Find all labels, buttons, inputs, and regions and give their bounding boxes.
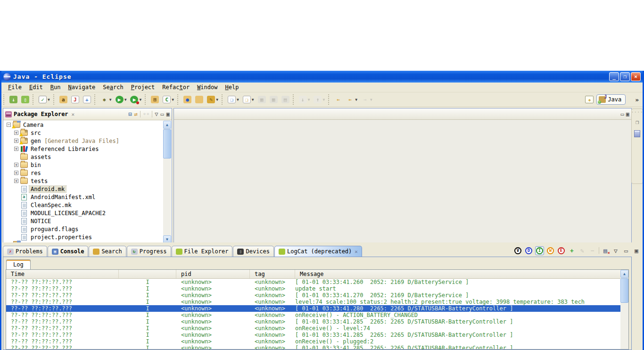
menu-item-help[interactable]: Help (221, 83, 242, 92)
maximize-editor-icon[interactable]: ▣ (626, 111, 629, 117)
log-row[interactable]: ??-?? ??:??:??.???I<unknown><unknown>lev… (6, 299, 628, 305)
search-icon[interactable]: ✎▼ (206, 94, 220, 105)
maximize-view-icon[interactable]: ▣ (166, 111, 170, 117)
back-icon[interactable]: ←▼ (345, 94, 359, 105)
log-row[interactable]: ??-?? ??:??:??.???I<unknown><unknown>onR… (6, 325, 628, 332)
menu-item-search[interactable]: Search (99, 83, 127, 92)
tree-item-proguard-flags[interactable]: −proguard.flags (4, 225, 163, 233)
tree-item-camera[interactable]: −Camera (4, 121, 163, 129)
print-icon[interactable]: ▤ (280, 94, 291, 105)
menu-item-file[interactable]: File (4, 83, 25, 92)
open-resource-icon[interactable] (194, 94, 205, 105)
clear-log-icon[interactable]: ▤× (601, 246, 610, 255)
filter-d-button[interactable]: D (524, 246, 533, 255)
tab-problems[interactable]: ✗Problems (3, 246, 47, 257)
android-sdk-manager-icon[interactable]: ↓ (8, 94, 19, 105)
delete-filter-icon[interactable]: − (588, 246, 597, 255)
tab-logcat-deprecated-[interactable]: LogCat (deprecated)✕ (274, 246, 362, 257)
close-tab-icon[interactable]: ✕ (355, 249, 358, 255)
expand-icon[interactable]: + (14, 171, 18, 175)
tree-item-androidmanifest-xml[interactable]: −AndroidManifest.xml (4, 193, 163, 201)
java-perspective-button[interactable]: Java (596, 94, 626, 105)
expand-icon[interactable]: + (14, 163, 18, 167)
log-scrollbar[interactable]: ▲ (620, 270, 628, 349)
menu-item-navigate[interactable]: Navigate (65, 83, 99, 92)
new-android-project-icon[interactable]: a (58, 94, 69, 105)
scroll-up-icon[interactable]: ▲ (620, 270, 628, 278)
menu-item-run[interactable]: Run (47, 83, 65, 92)
filter-e-button[interactable]: E (557, 246, 566, 255)
save-icon[interactable]: ▦ (256, 94, 267, 105)
tree-item-bin[interactable]: +bin (4, 161, 163, 169)
menu-item-refactor[interactable]: Refactor (158, 83, 193, 92)
android-avd-manager-icon[interactable]: ▯ (20, 94, 31, 105)
column-header-Message[interactable]: Message (295, 270, 628, 278)
expand-icon[interactable]: + (14, 139, 18, 143)
tree-item-src[interactable]: +src (4, 129, 163, 137)
tree-item-res[interactable]: +res (4, 169, 163, 177)
scroll-up-icon[interactable]: ▲ (163, 121, 171, 129)
view-menu-icon[interactable]: ▽ (155, 111, 158, 117)
close-button[interactable]: × (631, 72, 641, 81)
outline-view-icon[interactable] (634, 130, 641, 137)
dropdown-arrow-icon[interactable]: ▼ (252, 98, 254, 102)
filter-w-button[interactable]: W (546, 246, 555, 255)
dropdown-arrow-icon[interactable]: ▼ (237, 98, 239, 102)
tree-item-assets[interactable]: −assets (4, 153, 163, 161)
tree-item-notice[interactable]: −NOTICE (4, 217, 163, 225)
previous-annotation-icon[interactable]: ↑▼ (312, 94, 326, 105)
debug-icon[interactable]: ✱▼ (99, 94, 113, 105)
log-row[interactable]: ??-?? ??:??:??.???I<unknown><unknown>[ 0… (6, 279, 628, 285)
run-configurations-icon[interactable]: ✓▼ (37, 94, 51, 105)
expand-icon[interactable]: + (14, 147, 18, 151)
new-java-project-icon[interactable]: ⊞ (149, 94, 160, 105)
dropdown-arrow-icon[interactable]: ▼ (308, 98, 310, 102)
collapse-all-icon[interactable]: ⊟ (128, 111, 132, 117)
tree-item-tests[interactable]: +tests (4, 177, 163, 185)
link-with-editor-icon[interactable]: ⇄ (134, 111, 138, 117)
tab-file-explorer[interactable]: File Explorer (172, 246, 233, 257)
tab-search[interactable]: Search (89, 246, 126, 257)
dropdown-arrow-icon[interactable]: ▼ (139, 98, 141, 102)
dock-handle[interactable]: ···· (631, 110, 644, 115)
tree-item-cleanspec-mk[interactable]: −CleanSpec.mk (4, 201, 163, 209)
tree-item-android-mk[interactable]: −Android.mk (4, 185, 163, 193)
dropdown-arrow-icon[interactable]: ▼ (172, 98, 174, 102)
minimize-editor-icon[interactable]: ▭ (621, 111, 624, 117)
tree-item-project-properties[interactable]: −project.properties (4, 233, 163, 241)
dropdown-arrow-icon[interactable]: ▼ (370, 98, 372, 102)
new-android-xml-icon[interactable]: + (82, 94, 92, 105)
run-icon[interactable]: ▶▼ (114, 94, 128, 105)
forward-icon[interactable]: →▼ (360, 94, 374, 105)
tree-item-module-license-apache2[interactable]: −MODULE_LICENSE_APACHE2 (4, 209, 163, 217)
dropdown-arrow-icon[interactable]: ▼ (355, 98, 357, 102)
menu-item-window[interactable]: Window (193, 83, 221, 92)
open-perspective-icon[interactable]: ✚ (585, 96, 594, 103)
expand-icon[interactable]: + (14, 179, 18, 183)
filter-i-button[interactable]: I (535, 246, 544, 255)
last-edit-location-icon[interactable]: ← (333, 94, 344, 105)
minimize-view-icon[interactable]: ▭ (622, 246, 630, 255)
tab-progress[interactable]: ↻Progress (127, 246, 171, 257)
focus-icon[interactable]: ◦◦ (143, 111, 149, 117)
dropdown-arrow-icon[interactable]: ▼ (124, 98, 127, 102)
edit-filter-icon[interactable]: ✎ (578, 246, 586, 255)
log-row[interactable]: ??-?? ??:??:??.???I<unknown><unknown>[ 0… (6, 332, 628, 338)
new-wizard-icon[interactable]: ❏▼ (241, 94, 256, 105)
log-row[interactable]: ??-?? ??:??:??.???I<unknown><unknown>[ 0… (6, 318, 628, 325)
new-class-icon[interactable]: C▼ (161, 94, 175, 105)
open-type-icon[interactable]: ● (182, 94, 193, 105)
collapse-icon[interactable]: − (7, 123, 11, 127)
add-filter-icon[interactable]: + (568, 246, 576, 255)
next-annotation-icon[interactable]: ↓▼ (297, 94, 312, 105)
restore-button[interactable]: ❐ (620, 72, 630, 81)
column-header-tag[interactable]: tag (250, 270, 295, 278)
filter-v-button[interactable]: V (513, 246, 522, 255)
minimize-button[interactable]: _ (609, 72, 619, 81)
maximize-view-icon[interactable]: ▣ (632, 246, 641, 255)
tree-item-gen[interactable]: +gen [Generated Java Files] (4, 137, 163, 145)
log-subtab[interactable]: Log (6, 259, 31, 269)
new-file-icon[interactable]: ❏▼ (226, 94, 240, 105)
tree-item-referenced-libraries[interactable]: +Referenced Libraries (4, 145, 163, 153)
tree-scrollbar[interactable]: ▲ ▼ (163, 121, 171, 243)
